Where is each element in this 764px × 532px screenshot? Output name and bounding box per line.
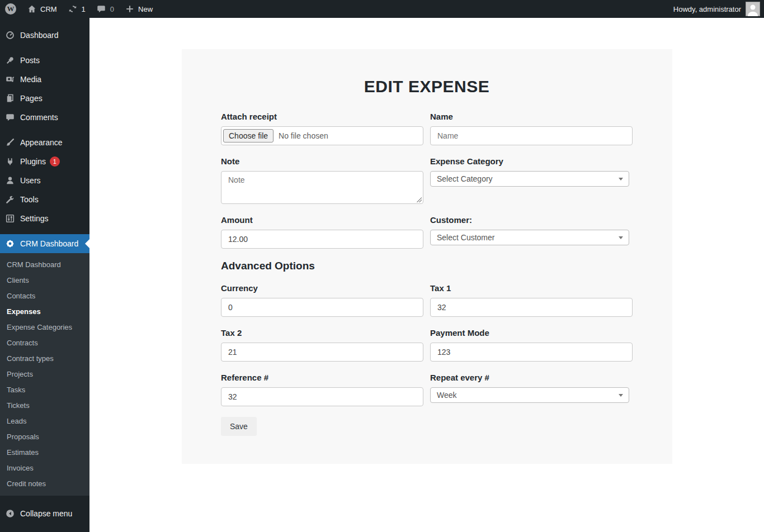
save-button[interactable]: Save [221, 417, 257, 436]
dashboard-icon [4, 30, 16, 41]
page-title: EDIT EXPENSE [221, 77, 633, 96]
sidebar-item-label: Tools [20, 195, 39, 204]
chevron-down-icon [619, 236, 623, 239]
plug-icon [4, 156, 16, 167]
comment-icon [4, 112, 16, 123]
expense-category-select[interactable]: Select Category [430, 171, 629, 187]
submenu-item-expenses[interactable]: Expenses [0, 304, 89, 320]
amount-label: Amount [221, 215, 423, 225]
submenu-item-leads[interactable]: Leads [0, 414, 89, 429]
submenu-item-contracts[interactable]: Contracts [0, 335, 89, 351]
field-customer: Customer: Select Customer [430, 215, 633, 245]
field-note: Note [221, 156, 423, 204]
collapse-arrow-icon [4, 508, 16, 519]
field-currency: Currency [221, 283, 423, 317]
collapse-menu-button[interactable]: Collapse menu [0, 504, 89, 523]
sliders-icon [4, 213, 16, 224]
sidebar-item-dashboard[interactable]: Dashboard [0, 26, 89, 45]
wordpress-logo-icon: W [5, 3, 16, 15]
sidebar-item-tools[interactable]: Tools [0, 190, 89, 209]
currency-label: Currency [221, 283, 423, 293]
sidebar-item-label: Plugins [20, 157, 46, 166]
field-reference: Reference # [221, 373, 423, 406]
tax2-input[interactable] [221, 343, 423, 362]
submenu-item-tickets[interactable]: Tickets [0, 398, 89, 414]
sidebar-item-label: Dashboard [20, 31, 59, 40]
admin-sidebar: Dashboard Posts Media Pages Comments [0, 18, 89, 532]
site-name-menu[interactable]: CRM [21, 0, 62, 18]
reference-label: Reference # [221, 373, 423, 382]
submenu-item-contacts[interactable]: Contacts [0, 288, 89, 304]
repeat-every-label: Repeat every # [430, 373, 633, 382]
sidebar-item-appearance[interactable]: Appearance [0, 133, 89, 152]
sidebar-item-settings[interactable]: Settings [0, 209, 89, 228]
submenu-item-credit-notes[interactable]: Credit notes [0, 476, 89, 492]
new-content-menu[interactable]: New [119, 0, 158, 18]
sidebar-item-posts[interactable]: Posts [0, 51, 89, 70]
sidebar-item-users[interactable]: Users [0, 171, 89, 190]
updates-menu[interactable]: 1 [62, 0, 91, 18]
name-input[interactable] [430, 126, 633, 145]
attach-receipt-file-input[interactable]: Choose file No file chosen [221, 126, 423, 145]
submenu-item-clients[interactable]: Clients [0, 273, 89, 288]
customer-select[interactable]: Select Customer [430, 230, 629, 245]
submenu-item-estimates[interactable]: Estimates [0, 445, 89, 460]
plugins-update-badge: 1 [50, 156, 60, 167]
advanced-options-heading: Advanced Options [221, 260, 633, 272]
sidebar-item-label: Settings [20, 214, 49, 223]
reference-input[interactable] [221, 387, 423, 406]
sidebar-item-comments[interactable]: Comments [0, 108, 89, 127]
currency-input[interactable] [221, 298, 423, 317]
sidebar-item-media[interactable]: Media [0, 70, 89, 89]
pin-icon [4, 55, 16, 66]
repeat-every-value: Week [437, 391, 457, 400]
comment-bubble-icon [96, 3, 107, 15]
payment-mode-input[interactable] [430, 343, 633, 362]
tax1-label: Tax 1 [430, 283, 633, 293]
update-count: 1 [82, 5, 86, 13]
submenu-item-projects[interactable]: Projects [0, 367, 89, 382]
sidebar-item-label: Users [20, 176, 41, 185]
field-name: Name [430, 112, 633, 145]
comments-menu[interactable]: 0 [91, 0, 119, 18]
sidebar-item-plugins[interactable]: Plugins 1 [0, 152, 89, 171]
expense-category-value: Select Category [437, 174, 493, 183]
sidebar-item-label: Comments [20, 113, 58, 122]
wordpress-logo-menu[interactable]: W [0, 0, 21, 18]
amount-input[interactable] [221, 230, 423, 249]
note-textarea[interactable] [221, 171, 423, 204]
edit-expense-card: EDIT EXPENSE Attach receipt Choose file … [182, 49, 672, 464]
submenu-item-contract-types[interactable]: Contract types [0, 351, 89, 367]
field-tax2: Tax 2 [221, 328, 423, 362]
howdy-account-label[interactable]: Howdy, administrator [673, 5, 741, 13]
submenu-item-invoices[interactable]: Invoices [0, 460, 89, 476]
submenu-item-proposals[interactable]: Proposals [0, 429, 89, 445]
avatar[interactable] [746, 2, 760, 16]
submenu-item-tasks[interactable]: Tasks [0, 382, 89, 398]
customer-value: Select Customer [437, 233, 494, 242]
field-payment-mode: Payment Mode [430, 328, 633, 362]
update-icon [67, 3, 78, 15]
choose-file-button[interactable]: Choose file [223, 129, 273, 142]
resize-grip[interactable] [417, 197, 422, 202]
field-expense-category: Expense Category Select Category [430, 156, 633, 187]
submenu-item-expense-categories[interactable]: Expense Categories [0, 320, 89, 335]
sidebar-item-crm-dashboard[interactable]: CRM Dashboard [0, 234, 89, 253]
submenu-item-crm-dashboard[interactable]: CRM Dashboard [0, 257, 89, 273]
attach-receipt-label: Attach receipt [221, 112, 423, 121]
name-label: Name [430, 112, 633, 121]
chevron-down-icon [619, 394, 623, 397]
media-icon [4, 74, 16, 85]
sidebar-item-label: Posts [20, 56, 40, 65]
sidebar-item-pages[interactable]: Pages [0, 89, 89, 108]
tax2-label: Tax 2 [221, 328, 423, 338]
repeat-every-select[interactable]: Week [430, 387, 629, 403]
plus-icon [124, 3, 135, 15]
field-tax1: Tax 1 [430, 283, 633, 317]
crm-submenu: CRM Dashboard Clients Contacts Expenses … [0, 253, 89, 496]
user-icon [4, 175, 16, 186]
chevron-down-icon [619, 178, 623, 180]
tax1-input[interactable] [430, 298, 633, 317]
site-name-label: CRM [40, 5, 57, 13]
sidebar-item-label: CRM Dashboard [20, 239, 78, 248]
